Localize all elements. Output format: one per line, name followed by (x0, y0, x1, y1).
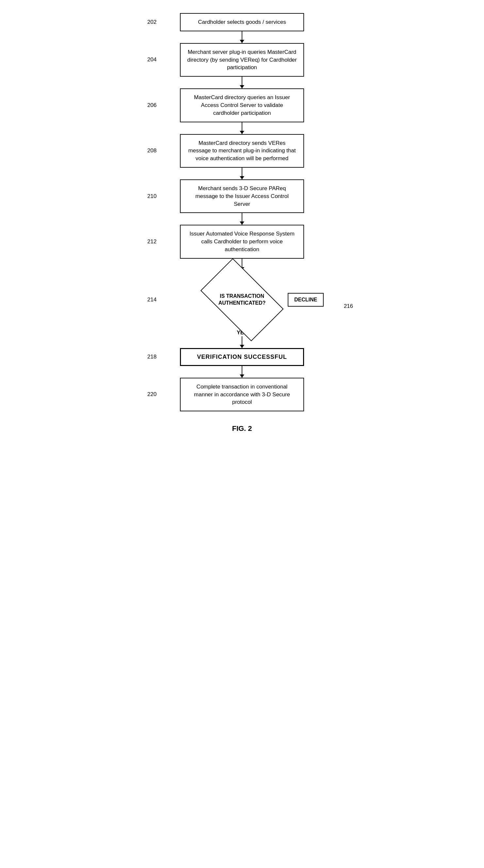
flow-wrapper: 202 Cardholder selects goods / services … (121, 13, 363, 433)
label-220: 220 (147, 391, 156, 398)
box-step9: Complete transaction in conventional man… (180, 378, 304, 411)
arrow-8 (242, 366, 242, 378)
label-212: 212 (147, 239, 156, 245)
label-204: 204 (147, 56, 156, 63)
step-row-6: 212 Issuer Automated Voice Response Syst… (121, 225, 363, 258)
label-214: 214 (147, 297, 156, 303)
arrow-1 (242, 31, 242, 43)
diagram-container: 202 Cardholder selects goods / services … (121, 13, 363, 433)
box-step4: MasterCard directory sends VERes message… (180, 134, 304, 168)
step-row-verification: 218 VERIFICATION SUCCESSFUL (121, 348, 363, 366)
step-row-4: 208 MasterCard directory sends VERes mes… (121, 134, 363, 168)
arrow-2 (242, 76, 242, 88)
diamond-container: 214 IS TRANSACTION AUTHENTICATED? NO DEC… (121, 271, 363, 329)
box-step2: Merchant server plug-in queries MasterCa… (180, 43, 304, 76)
verification-box: VERIFICATION SUCCESSFUL (180, 348, 304, 366)
box-step5: Merchant sends 3-D Secure PAReq message … (180, 179, 304, 213)
arrow-3 (242, 122, 242, 134)
step-row-9: 220 Complete transaction in conventional… (121, 378, 363, 411)
step-row-2: 204 Merchant server plug-in queries Mast… (121, 43, 363, 76)
label-218: 218 (147, 353, 156, 360)
box-step6: Issuer Automated Voice Response System c… (180, 225, 304, 258)
box-step1: Cardholder selects goods / services (180, 13, 304, 31)
fig-label: FIG. 2 (232, 424, 252, 433)
diamond-shape (201, 258, 284, 341)
label-202: 202 (147, 19, 156, 26)
step-row-5: 210 Merchant sends 3-D Secure PAReq mess… (121, 179, 363, 213)
box-step3: MasterCard directory queries an Issuer A… (180, 88, 304, 122)
label-206: 206 (147, 102, 156, 108)
arrow-5 (242, 213, 242, 225)
decline-box: DECLINE (288, 293, 324, 307)
step-row-3: 206 MasterCard directory queries an Issu… (121, 88, 363, 122)
label-216: 216 (344, 303, 353, 310)
label-208: 208 (147, 148, 156, 154)
label-210: 210 (147, 193, 156, 199)
arrow-4 (242, 168, 242, 179)
arrow-7 (242, 336, 242, 348)
step-row-1: 202 Cardholder selects goods / services (121, 13, 363, 31)
